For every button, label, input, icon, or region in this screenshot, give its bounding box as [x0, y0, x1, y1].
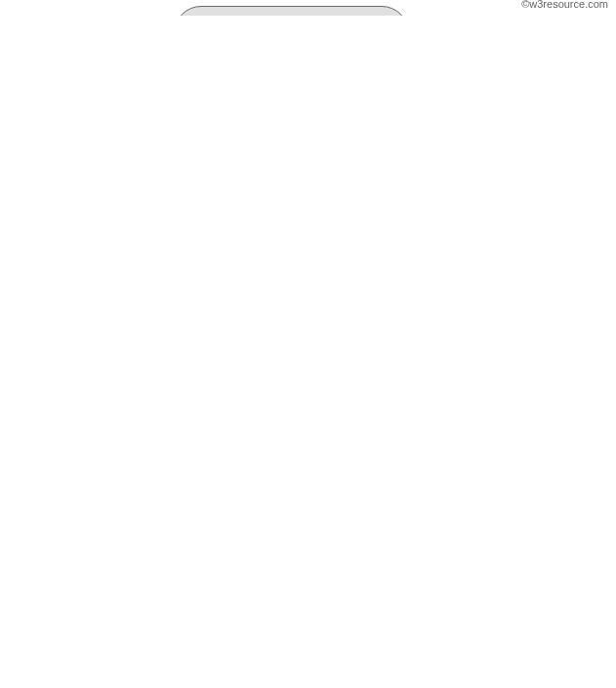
top-query-capsule: SELECT * FROM salesman WHERE city IN ( S… [174, 6, 409, 16]
credit-text: ©w3resource.com [521, 0, 608, 10]
